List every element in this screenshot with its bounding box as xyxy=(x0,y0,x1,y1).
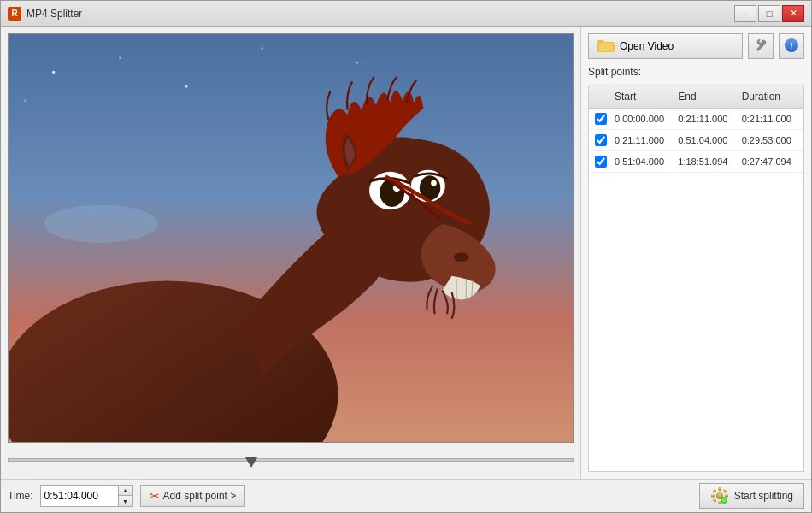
time-spinners: ▲ ▼ xyxy=(118,486,132,506)
svg-rect-31 xyxy=(712,498,716,503)
app-icon: R xyxy=(8,7,21,21)
window-title: MP4 Splitter xyxy=(26,8,82,20)
time-decrement-button[interactable]: ▼ xyxy=(119,496,132,506)
col-header-start: Start xyxy=(611,89,674,104)
split-points-label: Split points: xyxy=(588,64,804,80)
right-toolbar: Open Video xyxy=(588,33,804,59)
table-body: 0:00:00.000 0:21:11.000 0:21:11.000 0:21… xyxy=(589,109,803,173)
maximize-button[interactable]: □ xyxy=(758,5,780,22)
open-video-button[interactable]: Open Video xyxy=(588,33,743,59)
svg-point-7 xyxy=(44,205,158,243)
col-header-check xyxy=(591,89,611,104)
svg-rect-30 xyxy=(722,489,727,493)
folder-icon xyxy=(597,38,615,55)
row-duration-0: 0:21:11.000 xyxy=(738,112,802,126)
row-duration-1: 0:29:53.000 xyxy=(738,133,802,147)
row-start-1: 0:21:11.000 xyxy=(611,133,674,147)
time-input-group[interactable]: ▲ ▼ xyxy=(40,485,133,507)
gear-icon xyxy=(710,486,729,505)
row-start-2: 0:51:04.000 xyxy=(611,155,674,168)
start-splitting-label: Start splitting xyxy=(734,490,793,502)
scrubber-area[interactable] xyxy=(8,448,574,472)
add-split-point-button[interactable]: ✂ Add split point > xyxy=(140,485,246,507)
col-header-duration: Duration xyxy=(738,89,802,104)
minimize-button[interactable]: — xyxy=(734,5,756,22)
svg-rect-29 xyxy=(712,489,716,493)
row-checkbox-0[interactable] xyxy=(595,113,607,125)
col-header-end: End xyxy=(674,89,738,104)
close-button[interactable]: ✕ xyxy=(782,5,804,22)
video-frame xyxy=(8,33,574,443)
settings-button[interactable] xyxy=(748,33,774,59)
scrubber-thumb[interactable] xyxy=(245,457,257,468)
svg-rect-21 xyxy=(599,43,613,51)
svg-point-1 xyxy=(52,71,55,74)
info-icon: i xyxy=(784,38,799,56)
row-start-0: 0:00:00.000 xyxy=(611,112,674,126)
main-content: Open Video xyxy=(1,27,811,479)
row-end-1: 0:51:04.000 xyxy=(674,133,738,147)
svg-point-6 xyxy=(356,62,358,63)
svg-rect-26 xyxy=(718,501,721,504)
bottom-controls: Time: ▲ ▼ ✂ Add split point > xyxy=(1,479,811,512)
table-row: 0:21:11.000 0:51:04.000 0:29:53.000 xyxy=(589,130,803,151)
scissors-icon: ✂ xyxy=(150,489,160,503)
svg-rect-28 xyxy=(725,495,728,498)
svg-point-2 xyxy=(119,57,121,59)
row-checkbox-cell[interactable] xyxy=(591,133,611,148)
svg-point-18 xyxy=(431,180,437,186)
svg-point-4 xyxy=(262,48,263,50)
row-checkbox-2[interactable] xyxy=(595,156,607,168)
split-table: Start End Duration 0:00:00.000 0:21:11.0… xyxy=(588,85,804,472)
title-bar-left: R MP4 Splitter xyxy=(8,7,82,21)
row-end-0: 0:21:11.000 xyxy=(674,112,738,126)
scrubber-bar[interactable] xyxy=(8,458,574,462)
time-increment-button[interactable]: ▲ xyxy=(119,486,132,496)
add-split-label: Add split point > xyxy=(163,490,237,502)
table-row: 0:51:04.000 1:18:51.094 0:27:47.094 xyxy=(589,151,803,173)
table-row: 0:00:00.000 0:21:11.000 0:21:11.000 xyxy=(589,109,803,130)
time-input[interactable] xyxy=(41,486,118,506)
svg-point-34 xyxy=(721,498,726,503)
row-checkbox-cell[interactable] xyxy=(591,111,611,127)
info-button[interactable]: i xyxy=(779,33,804,59)
title-bar-controls: — □ ✕ xyxy=(734,5,804,22)
svg-text:i: i xyxy=(790,40,792,50)
time-label: Time: xyxy=(8,490,33,502)
row-checkbox-1[interactable] xyxy=(595,134,607,146)
video-area xyxy=(1,27,580,479)
row-end-2: 1:18:51.094 xyxy=(674,155,738,168)
main-window: R MP4 Splitter — □ ✕ xyxy=(0,0,812,513)
start-splitting-button[interactable]: Start splitting xyxy=(699,483,804,509)
scrubber-track[interactable] xyxy=(8,451,574,469)
row-duration-2: 0:27:47.094 xyxy=(738,155,802,168)
row-checkbox-cell[interactable] xyxy=(591,154,611,169)
title-bar: R MP4 Splitter — □ ✕ xyxy=(1,1,811,27)
svg-rect-27 xyxy=(711,495,715,498)
video-display xyxy=(9,34,573,442)
svg-rect-25 xyxy=(718,487,721,491)
svg-point-3 xyxy=(185,85,187,87)
svg-point-5 xyxy=(24,100,26,102)
svg-point-12 xyxy=(454,252,469,262)
table-header: Start End Duration xyxy=(589,86,803,109)
open-video-label: Open Video xyxy=(620,40,674,52)
right-panel: Open Video xyxy=(580,27,811,479)
wrench-icon xyxy=(754,38,768,55)
